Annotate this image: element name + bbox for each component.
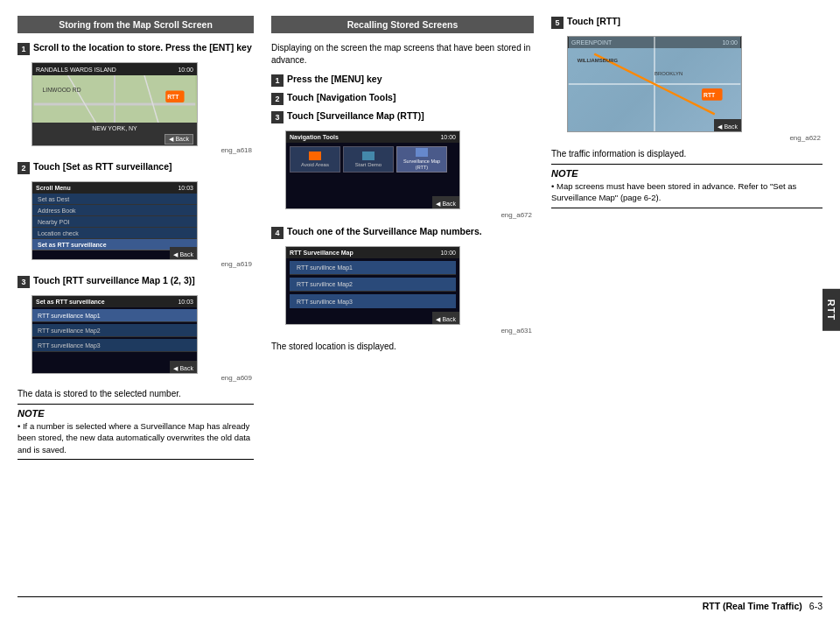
step1-screen: RANDALLS WARDS ISLAND 10:00 L xyxy=(32,62,198,146)
surv-map3-btn[interactable]: RTT survillnce Map3 xyxy=(290,294,456,308)
surv-map3-text: RTT survillnce Map3 xyxy=(297,299,353,305)
mid-step2-text: Touch [Navigation Tools] xyxy=(287,92,396,104)
map-display: RANDALLS WARDS ISLAND 10:00 L xyxy=(32,63,197,145)
rtt-surv-topbar: RTT Surveillance Map 10:00 xyxy=(286,247,459,258)
right-note-section: NOTE • Map screens must have been stored… xyxy=(551,164,822,208)
map-city-label: NEW YORK, NY xyxy=(32,123,197,133)
step3-content: Touch [RTT surveillance Map 1 (2, 3)] xyxy=(33,275,254,287)
step2-number: 2 xyxy=(18,162,30,174)
step5-number: 5 xyxy=(551,17,564,29)
menu-item-location[interactable]: Location check xyxy=(32,228,197,239)
menu-item-set-dest[interactable]: Set as Dest xyxy=(32,194,197,205)
step1-number: 1 xyxy=(18,43,30,55)
back-btn-2[interactable]: ◀ Back xyxy=(170,247,197,259)
avoid-areas-btn[interactable]: Avoid Areas xyxy=(290,146,340,173)
mid-step4-block: 4 Touch one of the Surveillance Map numb… xyxy=(271,226,534,335)
surv-map1-text: RTT survillnce Map1 xyxy=(297,264,353,271)
mid-step4-number: 4 xyxy=(271,227,284,239)
step3-caption: eng_a609 xyxy=(18,374,254,382)
step3-number: 3 xyxy=(18,276,30,288)
rtt-map3-text: RTT surveillance Map3 xyxy=(38,342,101,349)
step5-inline: 5 Touch [RTT] xyxy=(551,16,822,29)
back-btn-surv[interactable]: ◀ Back xyxy=(432,312,459,324)
rtt-surv-time: 10:00 xyxy=(440,250,456,256)
demo-label: Start Demo xyxy=(355,162,382,167)
main-content: Storing from the Map Scroll Screen 1 Scr… xyxy=(18,16,822,593)
demo-icon xyxy=(362,151,374,160)
step2-caption: eng_a619 xyxy=(18,260,254,268)
mid-step2-block: 2 Touch [Navigation Tools] xyxy=(271,92,534,105)
back-label-rtt: ◀ Back xyxy=(718,123,738,130)
surveillance-label: Surveillance Map (RTT) xyxy=(397,159,446,170)
menu-item-text-5: Set as RTT surveillance xyxy=(38,242,107,248)
step5-text: Touch [RTT] xyxy=(567,16,620,28)
surv-map2-text: RTT survillnce Map2 xyxy=(297,281,353,287)
menu-item-text-3: Nearby POI xyxy=(38,219,70,225)
nav-tools-grid: Avoid Areas Start Demo Surveillance Map … xyxy=(286,143,459,176)
step2-text: Touch [Set as RTT surveillance] xyxy=(33,161,172,172)
mid-step1-block: 1 Press the [MENU] key xyxy=(271,74,534,87)
menu-topbar: Scroll Menu 10:03 xyxy=(32,182,197,194)
set-rtt-display: Set as RTT surveillance 10:03 RTT survei… xyxy=(32,296,197,373)
stored-location-text: The stored location is displayed. xyxy=(271,342,534,351)
svg-text:RTT: RTT xyxy=(167,94,179,100)
back-label: ◀ Back xyxy=(173,251,193,257)
surv-map1-btn[interactable]: RTT survillnce Map1 xyxy=(290,261,456,275)
step3-text: Touch [RTT surveillance Map 1 (2, 3)] xyxy=(33,275,195,285)
rtt-map3[interactable]: RTT surveillance Map3 xyxy=(32,339,197,352)
rtt-surv-title: RTT Surveillance Map xyxy=(290,250,354,256)
rtt-sidebar-tab: RTT xyxy=(822,289,840,331)
start-demo-btn[interactable]: Start Demo xyxy=(343,146,394,173)
back-btn-nav[interactable]: ◀ Back xyxy=(432,196,459,208)
scroll-menu-display: Scroll Menu 10:03 Set as Dest Address Bo… xyxy=(32,182,197,259)
left-column: Storing from the Map Scroll Screen 1 Scr… xyxy=(18,16,254,593)
svg-text:BROOKLYN: BROOKLYN xyxy=(654,71,682,76)
back-label-3: ◀ Back xyxy=(173,365,193,371)
back-btn-3[interactable]: ◀ Back xyxy=(170,361,197,373)
city-name: NEW YORK, NY xyxy=(92,125,137,131)
menu-item-text-2: Address Book xyxy=(38,208,76,214)
back-btn-rtt[interactable]: ◀ Back xyxy=(714,119,741,131)
rtt-surv-display: RTT Surveillance Map 10:00 RTT survillnc… xyxy=(286,247,459,324)
middle-intro-text: Displaying on the screen the map screens… xyxy=(271,42,534,67)
nav-tools-display: Navigation Tools 10:00 Avoid Areas Start… xyxy=(286,131,459,208)
nav-topbar: Navigation Tools 10:00 xyxy=(286,131,459,143)
rtt-map-svg: WILLIAMSBURG BROOKLYN RTT xyxy=(568,37,741,131)
svg-text:LINWOOD RD: LINWOOD RD xyxy=(43,87,81,93)
rtt-topbar: Set as RTT surveillance 10:03 xyxy=(32,296,197,307)
right-note-text-1: Map screens must have been stored in adv… xyxy=(551,181,796,202)
nav-time: 10:00 xyxy=(440,134,456,140)
rtt-map1[interactable]: RTT surveillance Map1 xyxy=(32,309,197,322)
mid-step3-text: Touch [Surveillance Map (RTT)] xyxy=(287,110,424,123)
mid-step2-number: 2 xyxy=(271,93,284,105)
menu-item-nearby[interactable]: Nearby POI xyxy=(32,216,197,228)
map-time: 10:00 xyxy=(178,67,193,73)
surveillance-btn[interactable]: Surveillance Map (RTT) xyxy=(396,146,447,173)
screen-topbar: RANDALLS WARDS ISLAND 10:00 xyxy=(32,63,197,75)
step1-inline: 1 Scroll to the location to store. Press… xyxy=(18,42,254,55)
rtt-map2[interactable]: RTT surveillance Map2 xyxy=(32,324,197,337)
avoid-label: Avoid Areas xyxy=(301,162,329,167)
avoid-icon xyxy=(309,151,321,160)
step2-content: Touch [Set as RTT surveillance] xyxy=(33,161,254,173)
traffic-info-text: The traffic information is displayed. xyxy=(551,149,822,159)
step4-caption: eng_a631 xyxy=(271,327,534,335)
rtt-time: 10:03 xyxy=(178,299,193,305)
footer-page-num: 6-3 xyxy=(809,601,822,611)
rtt-surveillance-screen: RTT Surveillance Map 10:00 RTT survillnc… xyxy=(285,246,460,325)
step3-inline: 3 Touch [RTT surveillance Map 1 (2, 3)] xyxy=(18,275,254,288)
menu-item-address[interactable]: Address Book xyxy=(32,205,197,216)
middle-column: Recalling Stored Screens Displaying on t… xyxy=(262,16,534,593)
surv-map2-btn[interactable]: RTT survillnce Map2 xyxy=(290,278,456,292)
step1-text: Scroll to the location to store. Press t… xyxy=(33,42,252,53)
left-note-bullet-1: • If a number is selected where a Survei… xyxy=(18,420,254,455)
data-stored-text: The data is stored to the selected numbe… xyxy=(18,389,254,398)
page-container: Storing from the Map Scroll Screen 1 Scr… xyxy=(0,0,840,620)
step2-block: 2 Touch [Set as RTT surveillance] Scroll… xyxy=(18,161,254,268)
left-note-text-1: If a number is selected where a Surveill… xyxy=(18,421,250,454)
back-button-1[interactable]: ◀ Back xyxy=(164,134,193,144)
page-footer: RTT (Real Time Traffic) 6-3 xyxy=(18,596,822,611)
left-note-section: NOTE • If a number is selected where a S… xyxy=(18,404,254,460)
surveillance-icon xyxy=(416,148,428,157)
rtt-title: Set as RTT surveillance xyxy=(36,299,105,305)
